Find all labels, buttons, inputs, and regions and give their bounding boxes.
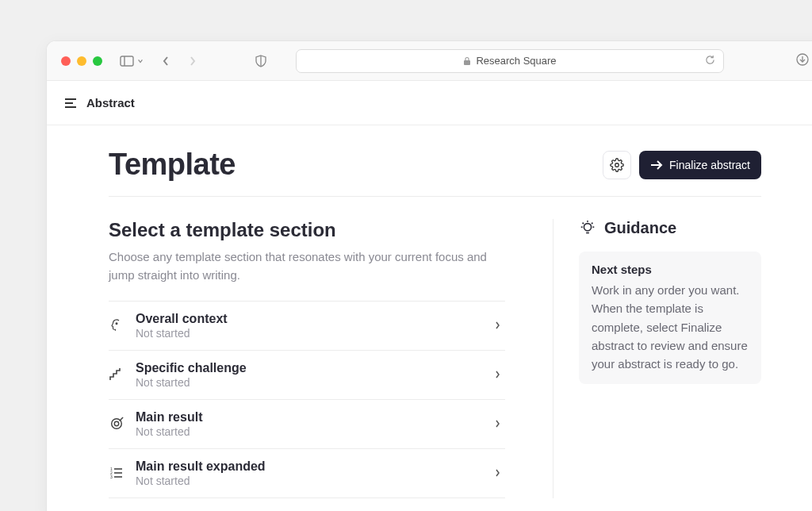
page-content: Template Finalize abstract bbox=[47, 125, 812, 498]
privacy-shield-button[interactable] bbox=[253, 55, 269, 67]
list-ordered-icon: 1 2 3 bbox=[109, 466, 124, 480]
guidance-panel: Guidance Next steps Work in any order yo… bbox=[553, 219, 761, 498]
section-description: Choose any template section that resonat… bbox=[109, 248, 505, 285]
svg-point-13 bbox=[114, 421, 118, 425]
sidebar-icon bbox=[120, 56, 134, 67]
guidance-card-body: Work in any order you want. When the tem… bbox=[592, 281, 749, 373]
item-title: Main result expanded bbox=[136, 459, 484, 474]
guidance-card: Next steps Work in any order you want. W… bbox=[579, 252, 761, 384]
finalize-label: Finalize abstract bbox=[669, 159, 750, 171]
chevron-right-icon bbox=[495, 417, 500, 431]
item-body: Specific challenge Not started bbox=[136, 361, 484, 389]
item-status: Not started bbox=[136, 376, 484, 389]
head-icon bbox=[109, 318, 124, 332]
item-title: Main result bbox=[136, 410, 484, 425]
browser-right-actions bbox=[796, 53, 809, 69]
svg-text:3: 3 bbox=[110, 474, 113, 479]
chevron-right-icon bbox=[495, 466, 500, 480]
breadcrumb: Abstract bbox=[86, 96, 135, 110]
item-title: Overall context bbox=[136, 312, 484, 326]
reload-icon bbox=[705, 55, 715, 65]
item-body: Overall context Not started bbox=[136, 312, 484, 340]
target-icon bbox=[109, 417, 124, 431]
chevron-left-icon bbox=[162, 56, 170, 67]
svg-point-21 bbox=[584, 223, 591, 230]
item-body: Main result Not started bbox=[136, 410, 484, 438]
svg-line-14 bbox=[120, 417, 124, 421]
reload-button[interactable] bbox=[705, 55, 715, 67]
item-body: Main result expanded Not started bbox=[136, 459, 484, 487]
browser-window: Research Square bbox=[46, 40, 812, 511]
chevron-right-icon bbox=[495, 367, 500, 382]
template-selection-panel: Select a template section Choose any tem… bbox=[109, 219, 553, 498]
download-icon bbox=[796, 53, 809, 66]
window-fullscreen-button[interactable] bbox=[93, 56, 102, 66]
menu-icon bbox=[64, 98, 77, 109]
window-minimize-button[interactable] bbox=[77, 56, 86, 66]
finalize-button[interactable]: Finalize abstract bbox=[639, 151, 761, 179]
item-status: Not started bbox=[136, 327, 484, 340]
nav-forward-button[interactable] bbox=[186, 55, 199, 67]
page-title: Template bbox=[109, 148, 236, 182]
shield-icon bbox=[255, 55, 266, 67]
template-item-main-result[interactable]: Main result Not started bbox=[109, 400, 505, 449]
title-row: Template Finalize abstract bbox=[109, 148, 761, 197]
chevron-right-icon bbox=[189, 56, 197, 67]
section-title: Select a template section bbox=[109, 219, 505, 241]
svg-line-27 bbox=[592, 222, 592, 223]
item-status: Not started bbox=[136, 474, 484, 487]
two-column-layout: Select a template section Choose any tem… bbox=[109, 219, 761, 498]
svg-point-9 bbox=[615, 163, 619, 167]
url-text: Research Square bbox=[476, 55, 556, 67]
gear-icon bbox=[610, 158, 624, 172]
lightbulb-icon bbox=[579, 220, 596, 237]
guidance-card-title: Next steps bbox=[592, 263, 749, 276]
menu-button[interactable] bbox=[64, 98, 77, 109]
window-close-button[interactable] bbox=[61, 56, 71, 66]
lock-icon bbox=[463, 56, 471, 66]
svg-rect-3 bbox=[464, 60, 470, 65]
template-list: Overall context Not started bbox=[109, 301, 505, 498]
url-bar[interactable]: Research Square bbox=[296, 49, 724, 73]
title-actions: Finalize abstract bbox=[603, 151, 761, 179]
downloads-button[interactable] bbox=[796, 53, 809, 69]
sidebar-toggle-button[interactable] bbox=[120, 56, 144, 67]
page-header: Abstract bbox=[47, 81, 812, 125]
template-item-specific-challenge[interactable]: Specific challenge Not started bbox=[109, 351, 505, 400]
chevron-right-icon bbox=[495, 318, 500, 332]
template-item-main-result-expanded[interactable]: 1 2 3 Main result expanded Not started bbox=[109, 449, 505, 498]
item-status: Not started bbox=[136, 425, 484, 438]
svg-point-11 bbox=[116, 323, 117, 325]
nav-arrows bbox=[159, 55, 199, 67]
nav-back-button[interactable] bbox=[159, 55, 172, 67]
settings-button[interactable] bbox=[603, 151, 631, 179]
browser-chrome-bar: Research Square bbox=[47, 41, 812, 81]
template-item-overall-context[interactable]: Overall context Not started bbox=[109, 302, 505, 351]
traffic-lights bbox=[61, 56, 102, 66]
item-title: Specific challenge bbox=[136, 361, 484, 375]
svg-rect-0 bbox=[121, 56, 133, 66]
steps-icon bbox=[109, 367, 124, 382]
guidance-title: Guidance bbox=[604, 219, 676, 237]
chevron-down-icon bbox=[137, 58, 144, 64]
guidance-header: Guidance bbox=[579, 219, 761, 237]
svg-line-26 bbox=[583, 222, 584, 223]
arrow-right-icon bbox=[650, 159, 663, 171]
